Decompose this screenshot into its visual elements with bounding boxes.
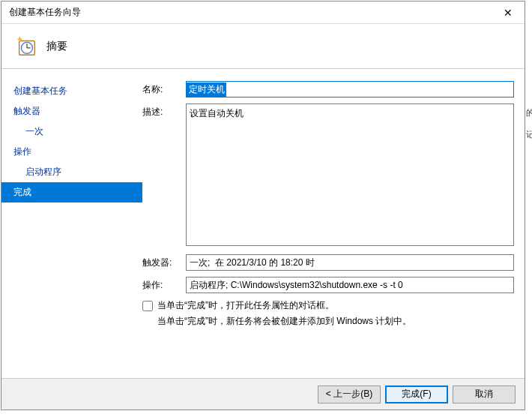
desc-textarea[interactable]	[186, 104, 514, 246]
row-name: 名称: 定时关机	[142, 81, 514, 98]
label-action: 操作:	[142, 277, 186, 293]
open-properties-checkbox[interactable]	[142, 301, 153, 311]
close-icon[interactable]: ✕	[498, 7, 519, 19]
page-title: 摘要	[46, 40, 67, 53]
sidebar-item-startprog[interactable]: 启动程序	[12, 162, 142, 182]
sidebar-item-finish[interactable]: 完成	[1, 182, 142, 202]
sidebar-item-once[interactable]: 一次	[12, 122, 142, 142]
wizard-window: 创建基本任务向导 ✕ 摘要 创建基本任务 触发器 一次 操作 启动程序 完成 名…	[1, 1, 525, 410]
label-trigger: 触发器:	[142, 254, 186, 271]
info-text: 当单击“完成”时，新任务将会被创建并添加到 Windows 计划中。	[157, 315, 514, 328]
row-action: 操作:	[142, 277, 514, 293]
wizard-header: 摘要	[1, 24, 525, 69]
back-button[interactable]: < 上一步(B)	[318, 386, 381, 404]
wizard-sidebar: 创建基本任务 触发器 一次 操作 启动程序 完成	[1, 70, 142, 378]
titlebar: 创建基本任务向导 ✕	[1, 2, 525, 24]
wizard-content: 名称: 定时关机 描述: 触发器: 操作:	[142, 70, 525, 378]
background-fragment: 的 记	[526, 68, 532, 143]
cancel-button[interactable]: 取消	[453, 386, 516, 404]
label-desc: 描述:	[142, 104, 186, 248]
trigger-value	[186, 254, 514, 271]
name-input[interactable]	[186, 81, 514, 98]
clock-sparkle-icon	[15, 35, 37, 58]
finish-button[interactable]: 完成(F)	[385, 386, 448, 404]
row-desc: 描述:	[142, 104, 514, 248]
sidebar-item-action[interactable]: 操作	[12, 142, 142, 162]
row-openprops: 当单击“完成”时，打开此任务属性的对话框。	[142, 299, 514, 312]
wizard-footer: < 上一步(B) 完成(F) 取消	[1, 378, 525, 410]
label-name: 名称:	[142, 81, 186, 98]
sidebar-item-trigger[interactable]: 触发器	[12, 101, 142, 122]
action-value	[186, 277, 514, 293]
wizard-body: 创建基本任务 触发器 一次 操作 启动程序 完成 名称: 定时关机 描述:	[1, 70, 525, 378]
sidebar-item-create[interactable]: 创建基本任务	[12, 81, 142, 101]
window-title: 创建基本任务向导	[9, 6, 81, 19]
open-properties-label: 当单击“完成”时，打开此任务属性的对话框。	[157, 299, 334, 312]
row-trigger: 触发器:	[142, 254, 514, 271]
